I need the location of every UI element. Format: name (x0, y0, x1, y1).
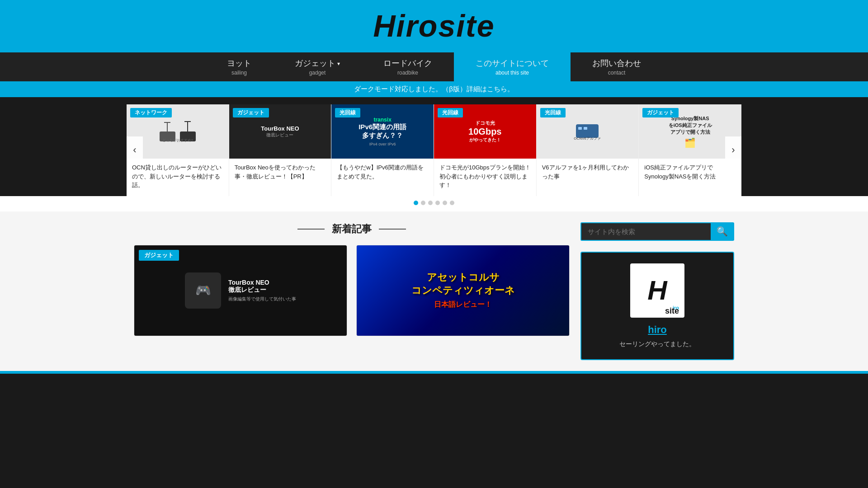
nav-label-about-jp: このサイトについて (476, 58, 549, 69)
search-input[interactable] (581, 223, 711, 240)
slider-section: ‹ ネットワーク (0, 97, 868, 211)
search-box: 🔍 (580, 222, 734, 241)
slide-card-title-4: ドコモ光が10Gbpsプランを開始！初心者にもわかりやすく説明します！ (439, 164, 531, 188)
nav-label-roadbike-jp: ロードバイク (383, 58, 432, 69)
slide-card-title-6: iOS純正ファイルアプリでSynology製NASを開く方法 (644, 164, 716, 180)
dot-6[interactable] (450, 201, 454, 205)
author-card: H iro site hiro セーリングやってました。 (580, 252, 734, 360)
site-title[interactable]: Hirosite (0, 8, 868, 43)
dot-3[interactable] (428, 201, 433, 205)
nav-item-gadget[interactable]: ガジェット▾ gadget (273, 52, 362, 81)
racing-img-content: アセットコルサコンペティツィオーネ 日本語レビュー！ (357, 245, 569, 336)
slide-card-title-5: V6アルファを1ヶ月利用してわかった事 (542, 164, 629, 180)
slide-card-body-4: ドコモ光が10Gbpsプランを開始！初心者にもわかりやすく説明します！ (434, 159, 536, 196)
tourbox-title-text: TourBox NEO徹底レビュー (228, 279, 296, 294)
slide-tag-2: ガジェット (233, 108, 269, 117)
slide-card-img-2: ガジェット TourBox NEO 徹底レビュー (229, 104, 331, 159)
slider-inner: ネットワーク どっちがおすすめ? (127, 104, 741, 196)
nav-label-roadbike-en: roadbike (397, 70, 418, 76)
slide-card-img-4: 光回線 ドコモ光 10Gbps がやってきた！ (434, 104, 536, 159)
author-logo: H iro site (630, 263, 684, 318)
author-name[interactable]: hiro (648, 324, 667, 336)
slider-prev-button[interactable]: ‹ (127, 136, 143, 164)
slide-card-3[interactable]: 光回線 transix IPv6関連の用語多すぎん？？ IPv4 over IP… (331, 104, 434, 196)
slide-tag-3: 光回線 (335, 108, 360, 117)
slide-tag-6: ガジェット (642, 108, 679, 117)
author-logo-h: H (647, 277, 667, 304)
author-desc: セーリングやってました。 (619, 340, 695, 348)
svg-rect-8 (578, 127, 582, 130)
notice-bar[interactable]: ダークモード対応しました。（β版）詳細はこちら。 (0, 81, 868, 97)
nav-label-yotto-en: sailing (231, 70, 247, 76)
slide-card-title-1: OCN貸し出しのルーターがひどいので、新しいルーターを検討する話。 (132, 164, 222, 188)
slide-card-4[interactable]: 光回線 ドコモ光 10Gbps がやってきた！ ドコモ光が10Gbpsプランを開… (434, 104, 537, 196)
slide-card-body-2: TourBox Neoを使ってわかった事・徹底レビュー！【PR】 (229, 159, 331, 196)
nav-label-gadget-jp: ガジェット▾ (295, 58, 340, 69)
dot-1[interactable] (414, 201, 418, 205)
dot-2[interactable] (421, 201, 425, 205)
slide-tag-4: 光回線 (438, 108, 463, 117)
bottom-border (0, 371, 868, 374)
article-card-racing[interactable]: ゲーム アセットコルサコンペティツィオーネ 日本語レビュー！ (356, 245, 570, 336)
tourbox-sub-text: 画像編集等で使用して気付いた事 (228, 296, 296, 302)
slide-card-2[interactable]: ガジェット TourBox NEO 徹底レビュー TourBox Neoを使って… (229, 104, 332, 196)
author-logo-site: site (665, 306, 679, 316)
slide-card-body-5: V6アルファを1ヶ月利用してわかった事 (537, 159, 639, 196)
nav-item-roadbike[interactable]: ロードバイク roadbike (362, 52, 454, 81)
nav-label-contact-jp: お問い合わせ (592, 58, 641, 69)
nav-label-about-en: about this site (495, 70, 529, 76)
svg-text:どっちがおすすめ?: どっちがおすすめ? (162, 138, 193, 142)
article-tag-tourbox: ガジェット (139, 250, 179, 261)
nav-label-yotto-jp: ヨット (227, 58, 251, 69)
gadget-dropdown-arrow: ▾ (337, 61, 340, 67)
slide-card-body-6: iOS純正ファイルアプリでSynology製NASを開く方法 (639, 159, 741, 196)
slide-card-body-3: 【もうやだw】IPv6関連の用語をまとめて見た。 (331, 159, 434, 196)
dot-5[interactable] (443, 201, 447, 205)
slider-dots (0, 196, 868, 211)
slide-tag-1: ネットワーク (130, 108, 172, 117)
racing-sub-text: 日本語レビュー！ (411, 300, 515, 310)
slide-card-body-1: OCN貸し出しのルーターがひどいので、新しいルーターを検討する話。 (127, 159, 229, 196)
article-img-racing: ゲーム アセットコルサコンペティツィオーネ 日本語レビュー！ (357, 245, 569, 336)
slide-card-img-3: 光回線 transix IPv6関連の用語多すぎん？？ IPv4 over IP… (331, 104, 434, 159)
article-card-tourbox[interactable]: ガジェット 🎮 TourBox NEO徹底レビュー 画像編集等で使用して気付いた… (134, 245, 347, 336)
tourbox-device-icon: 🎮 (185, 272, 221, 309)
article-img-tourbox: ガジェット 🎮 TourBox NEO徹底レビュー 画像編集等で使用して気付いた… (134, 245, 347, 336)
svg-text:OCNV6アルファ: OCNV6アルファ (574, 136, 601, 141)
main-content: 新着記事 ガジェット 🎮 TourBox NEO徹底レビュー 画像編集等で使用し… (134, 222, 570, 360)
slide-card-title-3: 【もうやだw】IPv6関連の用語をまとめて見た。 (337, 164, 423, 180)
main-wrapper: ‹ ネットワーク (0, 97, 868, 371)
slide-card-5[interactable]: 光回線 OCNV6アルファ (537, 104, 639, 196)
dot-4[interactable] (435, 201, 440, 205)
slide-card-img-5: 光回線 OCNV6アルファ (537, 104, 639, 159)
new-articles-heading: 新着記事 (134, 222, 570, 236)
search-button[interactable]: 🔍 (711, 223, 733, 240)
nav-label-contact-en: contact (608, 70, 626, 76)
main-nav: ヨット sailing ガジェット▾ gadget ロードバイク roadbik… (0, 52, 868, 81)
slider-next-button[interactable]: › (725, 136, 741, 164)
nav-item-about[interactable]: このサイトについて about this site (454, 52, 571, 81)
svg-rect-7 (576, 124, 599, 138)
racing-title-text: アセットコルサコンペティツィオーネ (411, 271, 515, 297)
articles-grid: ガジェット 🎮 TourBox NEO徹底レビュー 画像編集等で使用して気付いた… (134, 245, 570, 336)
slide-card-title-2: TourBox Neoを使ってわかった事・徹底レビュー！【PR】 (235, 164, 316, 180)
nav-item-yotto[interactable]: ヨット sailing (205, 52, 273, 81)
svg-rect-9 (584, 127, 587, 130)
sidebar: 🔍 H iro site hiro セーリングやってました。 (580, 222, 734, 360)
notice-text: ダークモード対応しました。（β版）詳細はこちら。 (354, 85, 514, 93)
content-area: 新着記事 ガジェット 🎮 TourBox NEO徹底レビュー 画像編集等で使用し… (127, 211, 741, 371)
slide-tag-5: 光回線 (540, 108, 566, 117)
nav-label-gadget-en: gadget (309, 70, 326, 76)
nav-item-contact[interactable]: お問い合わせ contact (571, 52, 663, 81)
search-icon: 🔍 (717, 226, 728, 237)
site-header: Hirosite (0, 0, 868, 52)
